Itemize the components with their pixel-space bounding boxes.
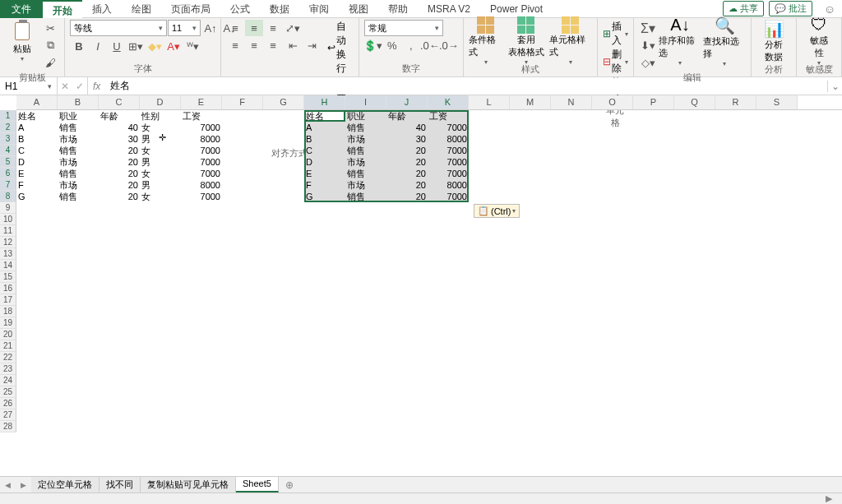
cell[interactable]: 销售 xyxy=(345,191,386,202)
cell[interactable]: 男 xyxy=(140,133,181,145)
copy-button[interactable]: ⧉ xyxy=(41,37,59,53)
autosum-button[interactable]: Σ▾ xyxy=(639,20,657,36)
cell[interactable]: 7000 xyxy=(181,156,222,168)
row-header-11[interactable]: 11 xyxy=(0,225,16,237)
cell[interactable]: D xyxy=(304,156,345,168)
row-header-22[interactable]: 22 xyxy=(0,352,16,363)
format-as-table-button[interactable]: 套用 表格格式▾ xyxy=(505,20,548,62)
border-button[interactable]: ⊞▾ xyxy=(127,38,145,54)
sheet-tab[interactable]: Sheet5 xyxy=(236,477,279,492)
col-header-N[interactable]: N xyxy=(551,95,592,109)
sheet-nav-prev-icon[interactable]: ◀ xyxy=(0,481,16,489)
col-header-C[interactable]: C xyxy=(99,95,140,109)
col-header-B[interactable]: B xyxy=(58,95,99,109)
align-left-icon[interactable]: ≡ xyxy=(226,37,244,53)
col-header-E[interactable]: E xyxy=(181,95,222,109)
sheet-tab[interactable]: 找不同 xyxy=(99,477,141,492)
row-header-6[interactable]: 6 xyxy=(0,168,16,179)
cell[interactable]: 市场 xyxy=(58,156,99,168)
cell[interactable]: 7000 xyxy=(181,168,222,179)
cancel-edit-icon[interactable]: ✕ xyxy=(61,81,69,92)
cell[interactable]: D xyxy=(16,156,58,168)
cell[interactable]: G xyxy=(16,191,58,202)
cell[interactable]: 销售 xyxy=(58,191,99,202)
cell[interactable]: E xyxy=(304,168,345,179)
wrap-text-button[interactable]: ↩自动换行 xyxy=(327,20,354,76)
cell[interactable]: C xyxy=(304,145,345,156)
tab-help[interactable]: 帮助 xyxy=(378,0,418,18)
decrease-indent-icon[interactable]: ⇤ xyxy=(284,37,302,53)
row-header-3[interactable]: 3 xyxy=(0,133,16,145)
row-header-1[interactable]: 1 xyxy=(0,110,16,122)
cell[interactable]: 8000 xyxy=(181,133,222,145)
col-header-A[interactable]: A xyxy=(16,95,58,109)
tab-pagelayout[interactable]: 页面布局 xyxy=(161,0,220,18)
row-header-18[interactable]: 18 xyxy=(0,306,16,317)
cell[interactable]: 市场 xyxy=(345,156,386,168)
font-color-button[interactable]: A▾ xyxy=(164,38,183,54)
phonetic-button[interactable]: ᵂ▾ xyxy=(183,38,201,54)
align-top-icon[interactable]: ≡ xyxy=(226,20,244,36)
cell-styles-button[interactable]: 单元格样式▾ xyxy=(549,20,592,62)
cell[interactable]: 销售 xyxy=(58,145,99,156)
align-middle-icon[interactable]: ≡ xyxy=(245,20,263,36)
cell[interactable]: B xyxy=(304,133,345,145)
cell[interactable]: 20 xyxy=(99,179,140,191)
cell[interactable]: A xyxy=(16,122,58,133)
cell[interactable]: 20 xyxy=(386,145,428,156)
paste-button[interactable]: 粘贴▾ xyxy=(5,20,39,62)
cell[interactable]: E xyxy=(16,168,58,179)
cell[interactable]: 30 xyxy=(386,133,428,145)
row-header-2[interactable]: 2 xyxy=(0,122,16,133)
cell[interactable]: 男 xyxy=(140,156,181,168)
increase-decimal-icon[interactable]: .0← xyxy=(421,37,439,53)
cell[interactable]: A xyxy=(304,122,345,133)
cell[interactable]: 40 xyxy=(99,122,140,133)
row-header-12[interactable]: 12 xyxy=(0,237,16,248)
sheet-nav-next-icon[interactable]: ▶ xyxy=(16,481,31,489)
feedback-icon[interactable]: ☺ xyxy=(824,2,835,16)
share-button[interactable]: ☁共享 xyxy=(723,1,764,16)
tab-data[interactable]: 数据 xyxy=(260,0,299,18)
cell[interactable]: 市场 xyxy=(58,179,99,191)
tab-powerpivot[interactable]: Power Pivot xyxy=(480,0,553,18)
analyze-data-button[interactable]: 📊分析 数据 xyxy=(756,20,791,62)
cell[interactable]: 年龄 xyxy=(386,110,428,122)
col-header-Q[interactable]: Q xyxy=(674,95,715,109)
cell[interactable]: 销售 xyxy=(58,122,99,133)
cell[interactable]: 市场 xyxy=(58,133,99,145)
cell[interactable]: 男 xyxy=(140,179,181,191)
tab-insert[interactable]: 插入 xyxy=(82,0,122,18)
comma-button[interactable]: , xyxy=(402,37,420,53)
col-header-P[interactable]: P xyxy=(633,95,674,109)
cell[interactable]: 年龄 xyxy=(99,110,140,122)
cell[interactable]: 20 xyxy=(386,156,428,168)
cell[interactable]: 女 xyxy=(140,191,181,202)
cell[interactable]: F xyxy=(16,179,58,191)
cell[interactable]: 市场 xyxy=(345,133,386,145)
conditional-format-button[interactable]: 条件格式▾ xyxy=(469,20,503,62)
col-header-L[interactable]: L xyxy=(469,95,510,109)
fill-button[interactable]: ⬇▾ xyxy=(639,37,657,53)
cell[interactable]: 20 xyxy=(99,156,140,168)
col-header-O[interactable]: O xyxy=(592,95,633,109)
cell[interactable]: 7000 xyxy=(428,122,469,133)
cell[interactable]: 销售 xyxy=(58,168,99,179)
worksheet-grid[interactable]: ABCDEFGHIJKLMNOPQRS 12345678910111213141… xyxy=(0,95,842,474)
cell[interactable]: F xyxy=(304,179,345,191)
tab-review[interactable]: 审阅 xyxy=(299,0,339,18)
cell[interactable]: 7000 xyxy=(181,122,222,133)
cell[interactable]: 7000 xyxy=(181,191,222,202)
scroll-right-icon[interactable]: ▶ xyxy=(826,493,837,504)
cell[interactable]: 职业 xyxy=(58,110,99,122)
cell[interactable]: C xyxy=(16,145,58,156)
row-header-28[interactable]: 28 xyxy=(0,421,16,432)
row-header-15[interactable]: 15 xyxy=(0,271,16,283)
percent-button[interactable]: % xyxy=(383,37,401,53)
align-bottom-icon[interactable]: ≡ xyxy=(264,20,282,36)
sort-filter-button[interactable]: A↓排序和筛选▾ xyxy=(659,20,701,62)
cell[interactable]: 姓名 xyxy=(16,110,58,122)
cell[interactable]: 工资 xyxy=(428,110,469,122)
paste-options-button[interactable]: 📋 (Ctrl) ▾ xyxy=(474,204,520,218)
cell[interactable]: 20 xyxy=(386,179,428,191)
